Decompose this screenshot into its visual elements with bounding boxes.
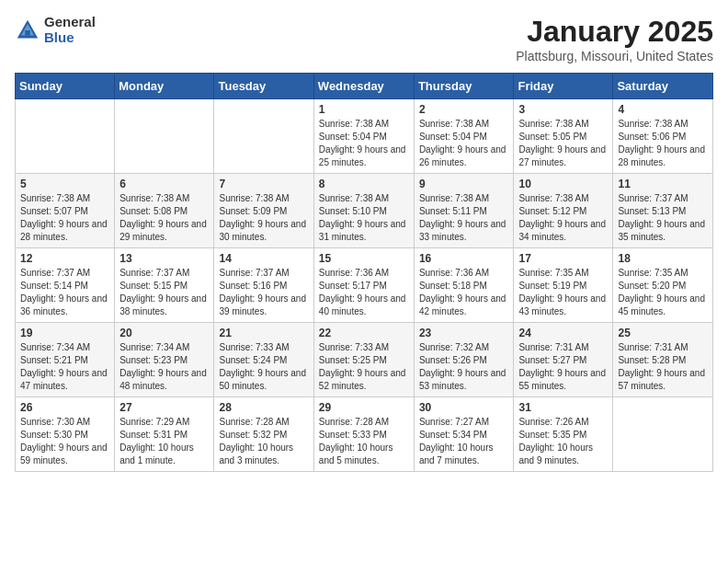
day-info: Sunrise: 7:37 AM Sunset: 5:13 PM Dayligh… [618,192,708,244]
day-number: 21 [219,327,308,339]
calendar-row-3: 12Sunrise: 7:37 AM Sunset: 5:14 PM Dayli… [16,248,713,323]
calendar-cell: 26Sunrise: 7:30 AM Sunset: 5:30 PM Dayli… [16,397,115,472]
calendar-cell: 1Sunrise: 7:38 AM Sunset: 5:04 PM Daylig… [313,99,414,174]
calendar-cell: 17Sunrise: 7:35 AM Sunset: 5:19 PM Dayli… [514,248,613,323]
day-number: 17 [518,252,608,265]
calendar-cell: 6Sunrise: 7:38 AM Sunset: 5:08 PM Daylig… [115,174,214,248]
day-info: Sunrise: 7:27 AM Sunset: 5:34 PM Dayligh… [419,416,509,467]
weekday-header-tuesday: Tuesday [214,74,313,99]
weekday-header-sunday: Sunday [16,74,115,99]
calendar-cell [115,99,214,174]
calendar-cell: 5Sunrise: 7:38 AM Sunset: 5:07 PM Daylig… [16,174,115,248]
calendar-cell: 21Sunrise: 7:33 AM Sunset: 5:24 PM Dayli… [214,323,313,397]
day-info: Sunrise: 7:34 AM Sunset: 5:23 PM Dayligh… [119,341,209,393]
calendar-cell: 13Sunrise: 7:37 AM Sunset: 5:15 PM Dayli… [115,248,214,323]
calendar-cell: 22Sunrise: 7:33 AM Sunset: 5:25 PM Dayli… [313,323,414,397]
day-info: Sunrise: 7:31 AM Sunset: 5:28 PM Dayligh… [618,341,708,393]
day-info: Sunrise: 7:35 AM Sunset: 5:19 PM Dayligh… [518,267,608,318]
calendar-cell: 29Sunrise: 7:28 AM Sunset: 5:33 PM Dayli… [313,397,414,472]
day-info: Sunrise: 7:38 AM Sunset: 5:11 PM Dayligh… [419,192,509,244]
calendar-cell [613,397,713,472]
logo-blue-text: Blue [44,30,96,46]
page-header: General Blue January 2025 Plattsburg, Mi… [15,15,713,63]
day-info: Sunrise: 7:29 AM Sunset: 5:31 PM Dayligh… [119,416,209,467]
day-info: Sunrise: 7:37 AM Sunset: 5:15 PM Dayligh… [119,267,209,318]
weekday-header-monday: Monday [115,74,214,99]
logo-general-text: General [44,15,96,30]
logo-icon [15,17,40,43]
day-info: Sunrise: 7:38 AM Sunset: 5:09 PM Dayligh… [219,192,308,244]
calendar-cell: 19Sunrise: 7:34 AM Sunset: 5:21 PM Dayli… [16,323,115,397]
day-info: Sunrise: 7:34 AM Sunset: 5:21 PM Dayligh… [20,341,109,393]
day-info: Sunrise: 7:38 AM Sunset: 5:06 PM Dayligh… [618,118,708,169]
calendar-cell: 7Sunrise: 7:38 AM Sunset: 5:09 PM Daylig… [214,174,313,248]
calendar-cell: 11Sunrise: 7:37 AM Sunset: 5:13 PM Dayli… [613,174,713,248]
day-number: 26 [20,401,109,414]
day-info: Sunrise: 7:38 AM Sunset: 5:07 PM Dayligh… [20,192,109,244]
calendar-cell: 10Sunrise: 7:38 AM Sunset: 5:12 PM Dayli… [514,174,613,248]
day-number: 27 [119,401,209,414]
day-number: 12 [20,252,109,265]
day-info: Sunrise: 7:31 AM Sunset: 5:27 PM Dayligh… [518,341,608,393]
day-info: Sunrise: 7:38 AM Sunset: 5:08 PM Dayligh… [119,192,209,244]
day-number: 24 [518,327,608,339]
calendar-cell: 31Sunrise: 7:26 AM Sunset: 5:35 PM Dayli… [514,397,613,472]
day-info: Sunrise: 7:33 AM Sunset: 5:24 PM Dayligh… [219,341,308,393]
calendar-cell: 20Sunrise: 7:34 AM Sunset: 5:23 PM Dayli… [115,323,214,397]
day-number: 25 [618,327,708,339]
day-number: 9 [419,178,509,190]
weekday-header-wednesday: Wednesday [313,74,414,99]
calendar-title: January 2025 [516,15,713,49]
calendar-cell: 27Sunrise: 7:29 AM Sunset: 5:31 PM Dayli… [115,397,214,472]
title-block: January 2025 Plattsburg, Missouri, Unite… [516,15,713,63]
calendar-cell: 12Sunrise: 7:37 AM Sunset: 5:14 PM Dayli… [16,248,115,323]
day-number: 23 [419,327,509,339]
calendar-row-1: 1Sunrise: 7:38 AM Sunset: 5:04 PM Daylig… [16,99,713,174]
weekday-header-thursday: Thursday [414,74,514,99]
day-info: Sunrise: 7:36 AM Sunset: 5:18 PM Dayligh… [419,267,509,318]
day-number: 18 [618,252,708,265]
day-number: 5 [20,178,109,190]
day-number: 19 [20,327,109,339]
calendar-subtitle: Plattsburg, Missouri, United States [516,49,713,63]
day-number: 28 [219,401,308,414]
day-number: 1 [319,103,409,116]
calendar-cell: 4Sunrise: 7:38 AM Sunset: 5:06 PM Daylig… [613,99,713,174]
day-info: Sunrise: 7:38 AM Sunset: 5:04 PM Dayligh… [319,118,409,169]
day-number: 14 [219,252,308,265]
day-info: Sunrise: 7:37 AM Sunset: 5:16 PM Dayligh… [219,267,308,318]
day-number: 29 [319,401,409,414]
day-number: 22 [319,327,409,339]
day-number: 8 [319,178,409,190]
calendar-cell: 24Sunrise: 7:31 AM Sunset: 5:27 PM Dayli… [514,323,613,397]
day-info: Sunrise: 7:30 AM Sunset: 5:30 PM Dayligh… [20,416,109,467]
calendar-cell: 3Sunrise: 7:38 AM Sunset: 5:05 PM Daylig… [514,99,613,174]
day-number: 10 [518,178,608,190]
day-number: 31 [518,401,608,414]
calendar-cell [16,99,115,174]
weekday-header-friday: Friday [514,74,613,99]
logo-text: General Blue [44,15,96,45]
day-info: Sunrise: 7:26 AM Sunset: 5:35 PM Dayligh… [518,416,608,467]
day-info: Sunrise: 7:28 AM Sunset: 5:33 PM Dayligh… [319,416,409,467]
day-number: 11 [618,178,708,190]
calendar-cell: 30Sunrise: 7:27 AM Sunset: 5:34 PM Dayli… [414,397,514,472]
calendar-cell [214,99,313,174]
svg-rect-2 [25,30,30,36]
day-number: 13 [119,252,209,265]
weekday-header-saturday: Saturday [613,74,713,99]
day-info: Sunrise: 7:35 AM Sunset: 5:20 PM Dayligh… [618,267,708,318]
day-info: Sunrise: 7:38 AM Sunset: 5:12 PM Dayligh… [518,192,608,244]
day-number: 7 [219,178,308,190]
calendar-row-2: 5Sunrise: 7:38 AM Sunset: 5:07 PM Daylig… [16,174,713,248]
weekday-header-row: SundayMondayTuesdayWednesdayThursdayFrid… [16,74,713,99]
calendar-row-4: 19Sunrise: 7:34 AM Sunset: 5:21 PM Dayli… [16,323,713,397]
calendar-row-5: 26Sunrise: 7:30 AM Sunset: 5:30 PM Dayli… [16,397,713,472]
day-number: 30 [419,401,509,414]
day-info: Sunrise: 7:33 AM Sunset: 5:25 PM Dayligh… [319,341,409,393]
day-number: 15 [319,252,409,265]
calendar-cell: 14Sunrise: 7:37 AM Sunset: 5:16 PM Dayli… [214,248,313,323]
calendar-cell: 2Sunrise: 7:38 AM Sunset: 5:04 PM Daylig… [414,99,514,174]
day-number: 2 [419,103,509,116]
calendar-cell: 9Sunrise: 7:38 AM Sunset: 5:11 PM Daylig… [414,174,514,248]
